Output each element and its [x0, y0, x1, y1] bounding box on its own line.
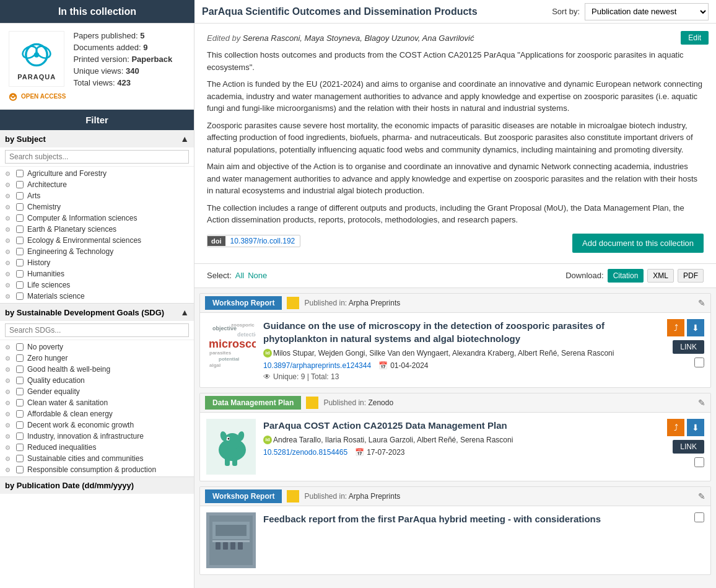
filter-item[interactable]: ⚙ Gender equality [0, 386, 194, 397]
filter-item[interactable]: ⚙ Computer & Information sciences [0, 213, 194, 224]
subject-checkbox[interactable] [16, 170, 24, 177]
filter-item[interactable]: ⚙ Humanities [0, 268, 194, 279]
sort-by-label: Sort by: [552, 7, 580, 16]
download-label: Download: [565, 271, 603, 280]
doc-title[interactable]: Guidance on the use of microscopy in the… [263, 319, 660, 345]
yellow-bar [306, 397, 318, 409]
subject-checkbox[interactable] [16, 181, 24, 188]
document-card: Data Management Plan Published in: Zenod… [199, 393, 711, 481]
filter-item[interactable]: ⚙ Quality education [0, 375, 194, 386]
subject-checkbox[interactable] [16, 203, 24, 211]
filter-item[interactable]: ⚙ Industry, innovation & infrastructure [0, 431, 194, 442]
doc-doi-link[interactable]: 10.3897/arphapreprints.e124344 [263, 361, 371, 370]
filter-sdg-header[interactable]: by Sustainable Development Goals (SDG) ▲ [0, 304, 194, 321]
filter-item[interactable]: ⚙ Chemistry [0, 201, 194, 213]
gear-icon: ⚙ [5, 377, 12, 384]
page-title: ParAqua Scientific Outcomes and Dissemin… [202, 6, 552, 17]
subject-checkbox[interactable] [16, 214, 24, 222]
filter-item[interactable]: ⚙ Responsible consumption & production [0, 464, 194, 475]
sdg-search-input[interactable] [5, 323, 189, 337]
sdg-checkbox[interactable] [16, 343, 24, 351]
doc-select-checkbox[interactable] [694, 512, 704, 522]
doc-title[interactable]: Feedback report from the first ParAqua h… [263, 512, 682, 525]
collection-logo: PARAQUA [9, 31, 64, 87]
svg-point-9 [228, 437, 230, 439]
filter-item[interactable]: ⚙ Reduced inequalities [0, 442, 194, 453]
download-icon-button[interactable]: ⬇ [687, 419, 704, 436]
select-none-link[interactable]: None [248, 271, 267, 280]
filter-header: Filter [0, 110, 194, 130]
filter-item[interactable]: ⚙ Earth & Planetary sciences [0, 224, 194, 235]
sdg-checkbox[interactable] [16, 432, 24, 440]
sdg-checkbox[interactable] [16, 410, 24, 418]
link-button[interactable]: LINK [673, 340, 704, 354]
description-3: Zoosporic parasites cause severe host mo… [207, 120, 704, 156]
edit-button[interactable]: Edit [681, 31, 709, 45]
sdg-checkbox[interactable] [16, 388, 24, 395]
filter-date-header[interactable]: by Publication Date (dd/mm/yyyy) [0, 477, 194, 494]
sdg-checkbox[interactable] [16, 366, 24, 373]
share-button[interactable]: ⤴ [667, 319, 684, 336]
filter-item[interactable]: ⚙ Life sciences [0, 279, 194, 291]
sdg-checkbox[interactable] [16, 399, 24, 406]
pdf-download-button[interactable]: PDF [678, 269, 704, 283]
filter-item[interactable]: ⚙ Mathematics [0, 302, 194, 303]
subject-checkbox[interactable] [16, 281, 24, 289]
subject-checkbox[interactable] [16, 226, 24, 233]
gear-icon: ⚙ [5, 282, 12, 289]
document-card: Workshop Report Published in: Arpha Prep… [199, 486, 711, 575]
select-all-link[interactable]: All [235, 271, 244, 280]
filter-item[interactable]: ⚙ Affordable & clean energy [0, 408, 194, 419]
filter-item[interactable]: ⚙ Sustainable cities and communities [0, 453, 194, 464]
filter-item[interactable]: ⚙ Materials science [0, 291, 194, 302]
subject-checkbox[interactable] [16, 292, 24, 300]
subject-checkbox[interactable] [16, 237, 24, 244]
gear-icon: ⚙ [5, 366, 12, 373]
filter-item[interactable]: ⚙ Architecture [0, 179, 194, 190]
filter-item[interactable]: ⚙ Agriculture and Forestry [0, 168, 194, 179]
description-2: The Action is funded by the EU (2021-202… [207, 78, 704, 115]
sort-select[interactable]: Publication date newest Publication date… [585, 3, 709, 20]
filter-item[interactable]: ⚙ Arts [0, 190, 194, 201]
sdg-checkbox[interactable] [16, 377, 24, 384]
subject-checkbox[interactable] [16, 192, 24, 200]
sdg-checkbox[interactable] [16, 444, 24, 451]
xml-download-button[interactable]: XML [647, 269, 674, 283]
add-document-button[interactable]: Add document to this collection [572, 234, 704, 253]
citation-download-button[interactable]: Citation [608, 269, 644, 283]
sdg-checkbox[interactable] [16, 421, 24, 429]
gear-icon: ⚙ [5, 226, 12, 233]
doc-select-checkbox[interactable] [694, 358, 704, 367]
subject-checkbox[interactable] [16, 270, 24, 278]
filter-item[interactable]: ⚙ Ecology & Environmental sciences [0, 235, 194, 246]
doc-doi-link[interactable]: 10.5281/zenodo.8154465 [263, 448, 347, 457]
doc-edit-icon[interactable]: ✎ [698, 298, 705, 308]
filter-item[interactable]: ⚙ Decent work & economic growth [0, 419, 194, 431]
share-button[interactable]: ⤴ [667, 419, 684, 436]
yellow-bar [287, 490, 299, 502]
yellow-bar [287, 297, 299, 309]
link-button[interactable]: LINK [673, 440, 704, 454]
download-icon-button[interactable]: ⬇ [687, 319, 704, 336]
filter-sdg-list: ⚙ No poverty ⚙ Zero hunger ⚙ Good health… [0, 340, 194, 476]
subject-checkbox[interactable] [16, 259, 24, 266]
filter-item[interactable]: ⚙ Zero hunger [0, 353, 194, 364]
doc-info: Guidance on the use of microscopy in the… [263, 319, 660, 381]
sdg-checkbox[interactable] [16, 354, 24, 362]
filter-item[interactable]: ⚙ No poverty [0, 341, 194, 353]
filter-item[interactable]: ⚙ History [0, 257, 194, 268]
sdg-checkbox[interactable] [16, 455, 24, 462]
doc-edit-icon[interactable]: ✎ [698, 491, 705, 501]
doc-thumbnail: microscopy objective zoosporic parasites… [206, 319, 256, 375]
doc-edit-icon[interactable]: ✎ [698, 398, 705, 408]
filter-item[interactable]: ⚙ Engineering & Technology [0, 246, 194, 257]
filter-item[interactable]: ⚙ Good health & well-being [0, 364, 194, 375]
subject-checkbox[interactable] [16, 248, 24, 255]
filter-item[interactable]: ⚙ Climate action [0, 475, 194, 476]
subject-search-input[interactable] [5, 150, 189, 164]
doc-select-checkbox[interactable] [694, 457, 704, 467]
filter-subject-header[interactable]: by Subject ▲ [0, 130, 194, 147]
filter-item[interactable]: ⚙ Clean water & sanitation [0, 397, 194, 408]
sdg-checkbox[interactable] [16, 466, 24, 473]
doc-title[interactable]: ParAqua COST Action CA20125 Data Managem… [263, 419, 660, 432]
